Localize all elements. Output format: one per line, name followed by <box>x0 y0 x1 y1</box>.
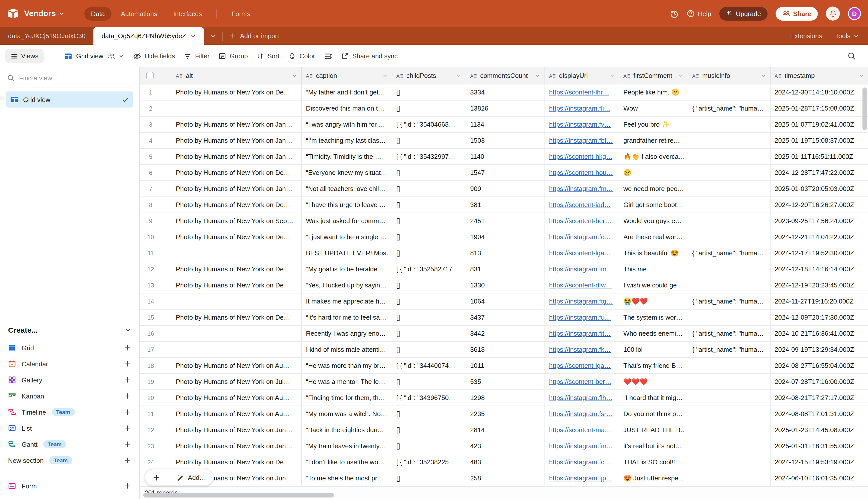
cell-musicInfo[interactable] <box>688 149 771 164</box>
cell-caption[interactable]: “My goal is to be heralde… <box>302 261 392 277</box>
cell-displayUrl[interactable]: https://instagram.fm… <box>545 261 619 277</box>
create-item-calendar[interactable]: 31 Calendar <box>8 356 131 372</box>
column-header-commentsCount[interactable]: A commentsCount <box>466 67 545 84</box>
cell-alt[interactable]: 14 <box>140 293 302 309</box>
cell-timestamp[interactable]: 2024-09-19T13:29:34.000Z <box>771 342 868 357</box>
cell-childPosts[interactable]: [ { "id": "35432997… <box>392 149 466 164</box>
cell-childPosts[interactable]: [] <box>392 470 466 486</box>
cell-caption[interactable]: “I just want to be a single … <box>302 229 392 245</box>
cell-timestamp[interactable]: 2024-12-18T14:16:14.000Z <box>771 261 868 277</box>
filter-button[interactable]: Filter <box>184 52 210 60</box>
cell-childPosts[interactable]: [ { "id": "34440074… <box>392 358 466 373</box>
cell-timestamp[interactable]: 2024-12-28T17:47:22.000Z <box>771 165 868 180</box>
cell-childPosts[interactable]: [] <box>392 309 466 325</box>
cell-caption[interactable]: “To me she’s the most pr… <box>302 470 392 486</box>
help-button[interactable]: Help <box>687 10 711 17</box>
cell-musicInfo[interactable] <box>688 261 771 277</box>
cell-firstComment[interactable]: That’s my friend B… <box>619 358 688 373</box>
cell-alt[interactable]: 20 Photo by Humans of New York on Au… <box>140 390 302 405</box>
cell-childPosts[interactable]: [ { "id": "352582717… <box>392 261 466 277</box>
cell-firstComment[interactable]: I wish we could ge… <box>619 277 688 293</box>
cell-commentsCount[interactable]: 2235 <box>466 406 545 422</box>
cell-timestamp[interactable]: 2025-01-07T19:02:41.000Z <box>771 117 868 132</box>
cell-alt[interactable]: 2 <box>140 100 302 116</box>
cell-alt[interactable]: 8 Photo by Humans of New York on De… <box>140 197 302 212</box>
cell-commentsCount[interactable]: 13826 <box>466 100 545 116</box>
sort-button[interactable]: Sort <box>257 52 280 60</box>
cell-timestamp[interactable]: 2024-12-30T14:18:10.000Z <box>771 84 868 100</box>
tab-data-og5zq-active[interactable]: data_Og5Zq6ZPNhWb5ydeZ <box>94 27 204 45</box>
cell-commentsCount[interactable]: 1011 <box>466 358 545 373</box>
cell-childPosts[interactable]: [] <box>392 100 466 116</box>
cell-alt[interactable]: 1 Photo by Humans of New York on De… <box>140 84 302 100</box>
cell-commentsCount[interactable]: 909 <box>466 181 545 196</box>
cell-commentsCount[interactable]: 1064 <box>466 293 545 309</box>
cell-timestamp[interactable]: 2025-01-03T20:05:03.000Z <box>771 181 868 196</box>
cell-alt[interactable]: 17 <box>140 342 302 357</box>
cell-caption[interactable]: Was just asked for comm… <box>302 213 392 229</box>
cell-firstComment[interactable]: "I heard that it mig… <box>619 390 688 405</box>
cell-musicInfo[interactable] <box>688 454 771 470</box>
extensions-button[interactable]: Extensions <box>790 32 822 40</box>
cell-childPosts[interactable]: [ { "id": "35238225… <box>392 454 466 470</box>
cell-timestamp[interactable]: 2024-12-19T20:23:45.000Z <box>771 277 868 293</box>
cell-alt[interactable]: 23 Photo by Humans of New York on Jan… <box>140 438 302 454</box>
tab-list-chevron[interactable] <box>204 27 222 45</box>
cell-childPosts[interactable]: [] <box>392 245 466 261</box>
cell-musicInfo[interactable]: { "artist_name": "huma… <box>688 245 771 261</box>
cell-commentsCount[interactable]: 831 <box>466 261 545 277</box>
cell-displayUrl[interactable]: https://instagram.fc… <box>545 229 619 245</box>
cell-childPosts[interactable]: [] <box>392 277 466 293</box>
avatar[interactable]: D <box>848 7 861 20</box>
cell-timestamp[interactable]: 2024-12-15T19:53:19.000Z <box>771 454 868 470</box>
cell-caption[interactable]: “I have this urge to leave … <box>302 197 392 212</box>
cell-firstComment[interactable]: grandfather retire… <box>619 133 688 148</box>
cell-timestamp[interactable]: 2024-12-21T14:04:22.000Z <box>771 229 868 245</box>
cell-displayUrl[interactable]: https://instagram.fbf… <box>545 133 619 148</box>
cell-childPosts[interactable]: [] <box>392 326 466 341</box>
cell-alt[interactable]: 4 Photo by Humans of New York on Jan… <box>140 133 302 148</box>
cell-displayUrl[interactable]: https://instagram.ftg… <box>545 293 619 309</box>
cell-alt[interactable]: 5 Photo by Humans of New York on Jan… <box>140 149 302 164</box>
create-item-gallery[interactable]: Gallery <box>8 372 131 388</box>
cell-displayUrl[interactable]: https://instagram.fk… <box>545 342 619 357</box>
column-header-caption[interactable]: A caption <box>302 67 392 84</box>
cell-caption[interactable]: “My train leaves in twenty… <box>302 438 392 454</box>
add-with-ai-button[interactable]: Add... <box>168 469 213 485</box>
column-header-timestamp[interactable]: A timestamp <box>771 67 868 84</box>
cell-caption[interactable]: I kind of miss male attenti… <box>302 342 392 357</box>
cell-commentsCount[interactable]: 813 <box>466 245 545 261</box>
column-header-childPosts[interactable]: A childPosts <box>392 67 466 84</box>
cell-musicInfo[interactable] <box>688 213 771 229</box>
cell-caption[interactable]: “Not all teachers love chil… <box>302 181 392 196</box>
cell-alt[interactable]: 16 <box>140 326 302 341</box>
cell-musicInfo[interactable] <box>688 133 771 148</box>
cell-displayUrl[interactable]: https://scontent-lga… <box>545 245 619 261</box>
share-button[interactable]: Share <box>776 7 818 20</box>
cell-musicInfo[interactable] <box>688 197 771 212</box>
cell-childPosts[interactable]: [] <box>392 438 466 454</box>
cell-caption[interactable]: It makes me appreciate h… <box>302 293 392 309</box>
cell-musicInfo[interactable] <box>688 277 771 293</box>
cell-commentsCount[interactable]: 381 <box>466 197 545 212</box>
find-a-view[interactable] <box>7 74 132 87</box>
column-header-firstComment[interactable]: A firstComment <box>619 67 688 84</box>
cell-firstComment[interactable]: Wow <box>619 100 688 116</box>
cell-timestamp[interactable]: 2023-09-25T17:56:24.000Z <box>771 213 868 229</box>
group-button[interactable]: Group <box>219 52 248 60</box>
cell-commentsCount[interactable]: 2814 <box>466 422 545 438</box>
cell-alt[interactable]: 19 Photo by Humans of New York on Jul… <box>140 374 302 389</box>
cell-caption[interactable]: “Back in the eighties dun… <box>302 422 392 438</box>
cell-caption[interactable]: BEST UPDATE EVER! Mos… <box>302 245 392 261</box>
cell-musicInfo[interactable] <box>688 229 771 245</box>
nav-forms[interactable]: Forms <box>225 7 257 20</box>
cell-commentsCount[interactable]: 1904 <box>466 229 545 245</box>
cell-commentsCount[interactable]: 258 <box>466 470 545 486</box>
cell-musicInfo[interactable] <box>688 374 771 389</box>
cell-displayUrl[interactable]: https://instagram.fm… <box>545 438 619 454</box>
cell-childPosts[interactable]: [] <box>392 181 466 196</box>
select-all-checkbox[interactable] <box>146 72 154 80</box>
cell-timestamp[interactable]: 2025-01-31T18:31:55.000Z <box>771 438 868 454</box>
cell-commentsCount[interactable]: 1503 <box>466 133 545 148</box>
cell-displayUrl[interactable]: https://scontent-lhr… <box>545 84 619 100</box>
